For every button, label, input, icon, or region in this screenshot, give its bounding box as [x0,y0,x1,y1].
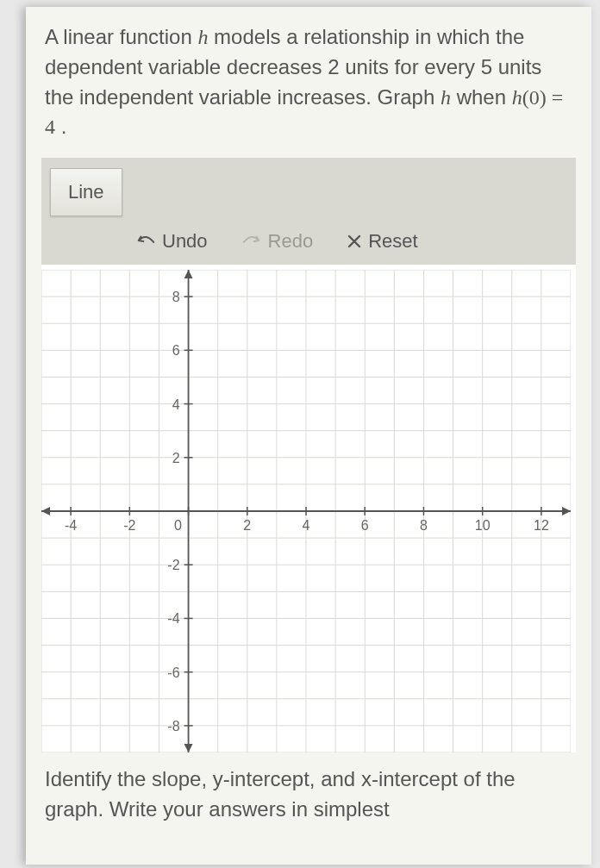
close-icon [347,234,361,248]
x-var: x [361,767,372,790]
undo-arrow-icon [136,234,155,249]
undo-button[interactable]: Undo [136,230,208,253]
svg-text:4: 4 [303,518,310,533]
svg-text:-6: -6 [167,665,179,680]
svg-text:8: 8 [420,518,428,533]
function-name: h [197,26,208,48]
function-name: h [441,86,451,109]
svg-text:-2: -2 [167,558,179,572]
redo-label: Redo [268,230,314,253]
svg-text:10: 10 [475,518,491,533]
text: -intercept, and [223,767,361,790]
svg-text:6: 6 [361,518,369,533]
svg-text:8: 8 [172,290,180,304]
graph-tool-panel: Line Undo Redo Reset [41,158,576,752]
action-row: Undo Redo Reset [41,225,576,265]
reset-button[interactable]: Reset [347,230,417,253]
reset-label: Reset [368,230,417,253]
redo-arrow-icon [242,234,261,249]
svg-text:6: 6 [172,344,180,359]
svg-text:-4: -4 [65,518,77,533]
text: . [55,115,66,138]
line-tool-button[interactable]: Line [50,168,122,216]
svg-text:2: 2 [172,451,180,465]
svg-marker-41 [41,507,50,515]
problem-statement: A linear function h models a relationshi… [45,22,572,142]
graph-area[interactable]: -4-2246810120-8-6-4-22468 [41,265,576,752]
svg-text:4: 4 [172,397,180,412]
coordinate-grid[interactable]: -4-2246810120-8-6-4-22468 [41,270,571,752]
text: Identify the slope, [45,767,213,790]
svg-marker-40 [562,507,571,515]
followup-question: Identify the slope, y-intercept, and x-i… [45,765,572,825]
svg-text:0: 0 [174,518,182,533]
page-container: A linear function h models a relationshi… [26,7,591,865]
redo-button[interactable]: Redo [242,230,314,253]
svg-marker-43 [184,744,193,752]
text: A linear function [45,25,197,48]
svg-text:12: 12 [534,518,549,533]
svg-marker-42 [184,270,193,278]
tool-row: Line [41,158,576,225]
text: when [451,85,512,109]
svg-text:-4: -4 [167,612,179,627]
svg-text:2: 2 [243,518,251,533]
y-var: y [213,767,223,790]
svg-text:-2: -2 [123,518,135,533]
undo-label: Undo [162,230,208,253]
svg-text:-8: -8 [167,719,179,734]
